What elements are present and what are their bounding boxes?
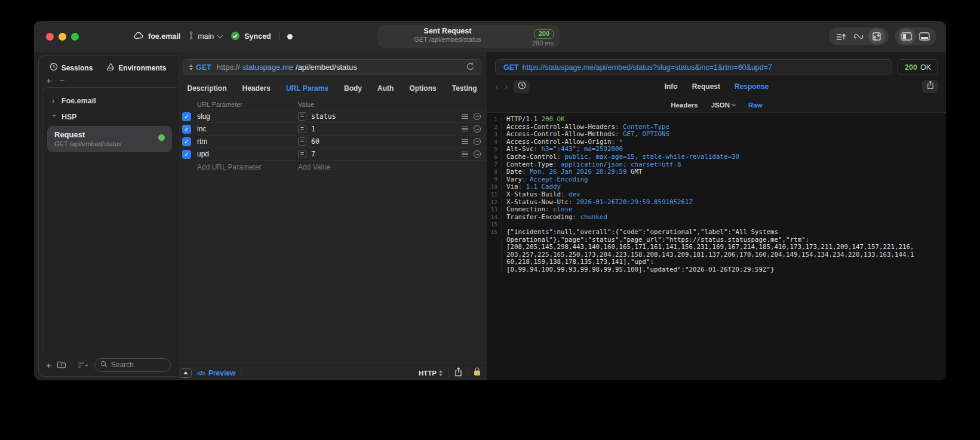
add-url-parameter-button[interactable]: Add URL Parameter [197, 163, 298, 171]
request-tab-description[interactable]: Description [188, 84, 227, 93]
line-number: 2 [487, 124, 502, 131]
tab-environments[interactable]: Environments [106, 63, 166, 73]
bottom-bar-divider [72, 361, 72, 370]
equals-icon: = [298, 112, 306, 121]
response-subtab-raw[interactable]: Raw [748, 101, 763, 109]
param-value[interactable]: 1 [311, 125, 315, 133]
line-number: 9 [487, 176, 502, 184]
response-tab-request[interactable]: Request [692, 82, 720, 91]
sidebar-toggle-button[interactable] [898, 28, 915, 45]
params-col-value: Value [298, 101, 314, 108]
param-checkbox[interactable]: ✓ [182, 125, 191, 134]
request-editor-pane: GET https://statuspage.me/api/embed/stat… [177, 52, 487, 380]
tab-sessions-label: Sessions [62, 64, 93, 72]
param-checkbox[interactable]: ✓ [182, 112, 191, 121]
line-number: 11 [487, 191, 502, 199]
line-number: 16 [487, 229, 502, 236]
new-folder-button[interactable] [57, 360, 66, 370]
lock-icon[interactable] [474, 367, 481, 379]
sync-status-label: Synced [244, 32, 271, 41]
remove-param-icon[interactable] [474, 138, 481, 145]
protocol-label: HTTP [419, 370, 437, 377]
protocol-selector[interactable]: HTTP [419, 370, 443, 377]
param-name[interactable]: slug [197, 112, 298, 121]
import-export-button[interactable] [868, 28, 885, 45]
traffic-lights [34, 33, 79, 41]
drag-handle-icon[interactable] [462, 127, 468, 131]
param-value[interactable]: 60 [311, 137, 320, 146]
minimize-button[interactable] [59, 33, 66, 41]
add-item-button[interactable]: + [46, 76, 51, 86]
branch-selector[interactable]: main [189, 31, 222, 42]
equals-icon: = [298, 137, 306, 146]
drag-handle-icon[interactable] [462, 139, 468, 144]
request-tab-body[interactable]: Body [344, 84, 362, 93]
add-value-button[interactable]: Add Value [298, 163, 331, 171]
collapse-panel-button[interactable] [180, 368, 192, 378]
line-number: 6 [487, 153, 502, 161]
share-icon[interactable] [454, 367, 462, 379]
response-tab-response[interactable]: Response [735, 82, 769, 91]
response-subtab-json[interactable]: JSON [711, 101, 735, 109]
param-value[interactable]: 7 [311, 150, 315, 158]
drag-handle-icon[interactable] [462, 114, 468, 119]
request-url-bar[interactable]: GET https://statuspage.me/api/embed/stat… [183, 59, 481, 75]
line-number [487, 236, 502, 244]
line-number: 13 [487, 206, 502, 214]
zoom-button[interactable] [71, 33, 79, 41]
titlebar-actions [829, 27, 936, 45]
drag-handle-icon[interactable] [462, 152, 468, 156]
remove-param-icon[interactable] [474, 113, 481, 120]
request-list-item[interactable]: Request GET /api/embed/status [47, 126, 172, 152]
close-button[interactable] [46, 33, 54, 41]
request-tab-auth[interactable]: Auth [377, 84, 394, 93]
line-number: 7 [487, 161, 502, 169]
response-tab-info[interactable]: Info [665, 82, 678, 91]
remove-param-icon[interactable] [474, 150, 481, 158]
branch-icon [189, 31, 193, 42]
sidebar-search[interactable] [94, 358, 171, 372]
param-value[interactable]: status [311, 112, 336, 121]
search-input[interactable] [111, 361, 165, 369]
refresh-icon[interactable] [466, 62, 475, 73]
preview-button[interactable]: </> Preview [197, 369, 235, 377]
request-tree: › Foe.email › HSP Request GET /api/embed… [42, 87, 177, 356]
request-tab-testing[interactable]: Testing [452, 84, 477, 93]
app-window: foe.email main Synced Sent Request GET /… [34, 21, 946, 380]
project-selector[interactable]: foe.email [134, 32, 180, 41]
export-button[interactable] [922, 80, 938, 93]
response-url-pill[interactable]: GET https://statuspage.me/api/embed/stat… [495, 59, 892, 75]
url-params-editor: URL Parameter Value ✓slug=status✓inc=1✓r… [177, 99, 487, 365]
tab-sessions[interactable]: Sessions [50, 63, 93, 73]
sidebar-add-remove: + − [39, 76, 177, 87]
response-line: [0,99.94,100,99.93,99.98,99.95,100],"upd… [487, 266, 946, 274]
response-raw-view[interactable]: 1HTTP/1.1 200 OK2Access-Control-Allow-He… [487, 112, 946, 380]
request-tab-options[interactable]: Options [409, 84, 436, 93]
tree-group-label: HSP [62, 113, 77, 121]
request-tab-headers[interactable]: Headers [242, 84, 271, 93]
chevron-down-icon [217, 33, 223, 39]
response-header: GET https://statuspage.me/api/embed/stat… [487, 52, 946, 75]
tree-group-hsp[interactable]: › HSP [42, 109, 177, 125]
remove-param-icon[interactable] [474, 125, 481, 133]
request-queue-button[interactable] [832, 28, 849, 45]
remove-item-button[interactable]: − [60, 76, 65, 86]
response-subtab-headers[interactable]: Headers [671, 101, 698, 109]
param-name[interactable]: upd [197, 150, 298, 158]
param-name[interactable]: rtm [197, 137, 298, 146]
param-name[interactable]: inc [197, 125, 298, 133]
new-request-button[interactable]: + [46, 360, 51, 370]
param-checkbox[interactable]: ✓ [182, 150, 191, 159]
method-stepper-icon[interactable] [189, 64, 193, 70]
sync-loop-button[interactable] [850, 28, 867, 45]
request-tab-url-params[interactable]: URL Params [286, 84, 328, 93]
sort-filter-button[interactable] [78, 360, 89, 370]
tree-group-foe-email[interactable]: › Foe.email [42, 93, 177, 109]
param-checkbox[interactable]: ✓ [182, 137, 191, 146]
bottom-panel-toggle-button[interactable] [916, 28, 933, 45]
request-success-dot [158, 134, 165, 141]
request-summary-capsule[interactable]: Sent Request GET /api/embed/status 200 2… [377, 25, 560, 48]
response-line: 14Transfer-Encoding: chunked [487, 214, 946, 221]
protocol-stepper-icon [439, 370, 443, 376]
request-summary-center: Sent Request GET /api/embed/status [377, 27, 518, 43]
